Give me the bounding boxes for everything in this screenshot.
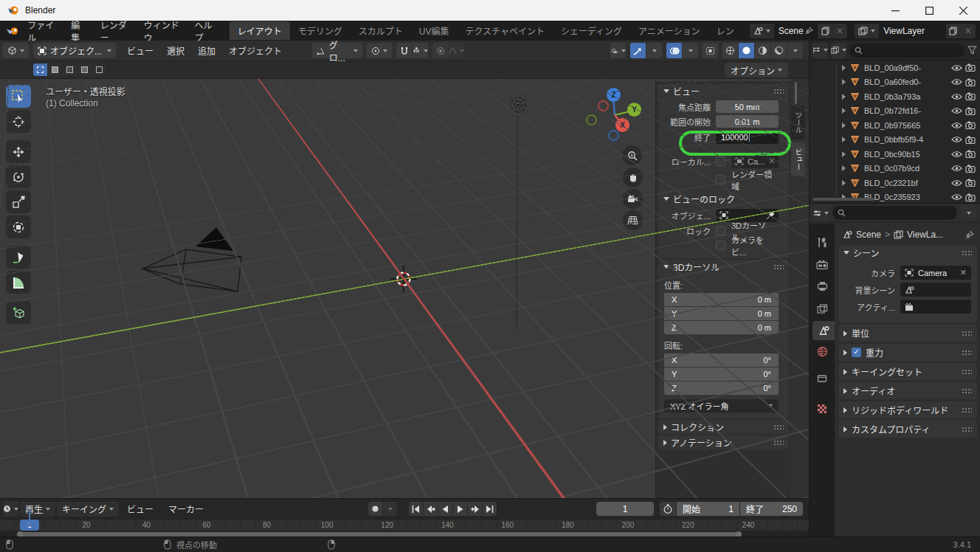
location-axis-field[interactable]: Y0 m (664, 307, 779, 320)
local-camera-field[interactable]: Ca... ✕ (731, 155, 779, 168)
outliner-item[interactable]: BLD_0bbfb5f9-4 (810, 133, 980, 148)
jump-to-start-button[interactable] (409, 502, 423, 516)
hide-eye-icon[interactable] (951, 165, 962, 172)
measure-tool[interactable] (6, 271, 31, 294)
play-button[interactable] (453, 502, 467, 516)
gizmo-z-negative[interactable] (608, 130, 619, 141)
menu-item[interactable]: ヘルプ (187, 18, 223, 44)
zoom-button[interactable] (622, 145, 642, 165)
viewlayer-delete-button[interactable]: ✕ (961, 24, 976, 38)
pin-icon[interactable] (965, 230, 974, 239)
outliner-filter-mode-dropdown[interactable] (831, 43, 846, 58)
workspace-tab[interactable]: レイアウト (230, 21, 290, 40)
transform-tool[interactable] (6, 215, 31, 238)
panel-drag-handle[interactable] (962, 427, 972, 432)
keying-menu[interactable]: キーイング (57, 502, 119, 517)
gravity-checkbox[interactable] (852, 348, 861, 357)
location-axis-field[interactable]: X0 m (664, 293, 779, 306)
snap-toggle[interactable] (396, 43, 412, 58)
properties-section-header[interactable]: オーディオ (838, 382, 977, 399)
frame-start-field[interactable]: 開始1 (677, 502, 739, 516)
workspace-tab[interactable]: UV編集 (411, 21, 458, 40)
viewport-3d[interactable]: Z Y X ユーザー・透視投影 (1) Collection (0, 61, 809, 498)
panel-drag-handle[interactable] (773, 264, 784, 270)
panel-drag-handle[interactable] (773, 424, 784, 430)
filter-icon[interactable] (967, 46, 977, 55)
camera-visibility-icon[interactable] (965, 165, 976, 173)
collapsed-panel-header[interactable]: コレクション (658, 420, 789, 434)
hide-eye-icon[interactable] (951, 136, 962, 143)
properties-section-header[interactable]: リジッドボディワールド (838, 401, 977, 418)
tab-world[interactable] (810, 342, 835, 361)
expand-icon[interactable] (842, 165, 846, 171)
camera-visibility-icon[interactable] (965, 107, 976, 115)
expand-icon[interactable] (842, 94, 846, 100)
jump-next-keyframe-button[interactable] (468, 502, 482, 516)
show-gizmo-toggle[interactable] (630, 43, 646, 58)
outliner-scrollbar[interactable] (812, 198, 874, 201)
select-new-button[interactable] (33, 63, 47, 76)
expand-icon[interactable] (842, 180, 846, 186)
viewport-menu-item[interactable]: 追加 (191, 44, 222, 57)
tab-scene[interactable] (812, 321, 835, 340)
use-preview-range-button[interactable] (660, 502, 676, 516)
menu-item[interactable]: 編集 (63, 18, 93, 44)
outliner-search-input[interactable] (849, 44, 965, 58)
expand-icon[interactable] (842, 79, 846, 85)
tab-texture[interactable] (810, 399, 835, 418)
shading-rendered-button[interactable] (771, 43, 787, 58)
select-intersect-button[interactable] (92, 63, 106, 76)
expand-icon[interactable] (842, 137, 846, 142)
clip-end-field[interactable]: 100000 (716, 131, 779, 144)
breadcrumb-scene[interactable]: Scene (856, 230, 881, 240)
play-reverse-button[interactable] (438, 502, 452, 516)
scene-browse-button[interactable] (750, 24, 774, 38)
lock-to-cursor-checkbox[interactable] (716, 226, 725, 235)
gizmo-y-negative[interactable] (586, 114, 597, 125)
sidebar-tab[interactable]: ツール (791, 106, 805, 139)
editor-type-button[interactable] (3, 43, 29, 58)
expand-icon[interactable] (842, 151, 846, 157)
outliner-item[interactable]: BLD_0b975665 (810, 118, 980, 133)
camera-visibility-icon[interactable] (965, 63, 976, 72)
tab-tool[interactable] (810, 232, 835, 252)
panel-drag-handle[interactable] (962, 407, 972, 413)
outliner-item[interactable]: BLD_0c07b9cd (810, 162, 980, 176)
workspace-tab[interactable]: テクスチャペイント (457, 21, 553, 40)
focal-length-field[interactable]: 50 mm (716, 100, 779, 113)
camera-visibility-icon[interactable] (965, 92, 976, 100)
current-frame-field[interactable]: 1 (596, 502, 654, 516)
scene-delete-button[interactable]: ✕ (832, 24, 847, 38)
tab-view-layer[interactable] (810, 299, 835, 318)
viewlayer-browse-button[interactable] (855, 24, 879, 38)
select-subtract-button[interactable] (63, 63, 77, 76)
rotation-axis-field[interactable]: X0° (664, 353, 779, 367)
outliner-display-mode-dropdown[interactable] (812, 43, 828, 58)
location-axis-field[interactable]: Z0 m (664, 321, 779, 334)
sidebar-tab[interactable]: ビュー (791, 142, 805, 176)
gizmo-y-axis[interactable]: Y (627, 103, 641, 117)
outliner-item[interactable]: BLD_00a9df50- (810, 61, 980, 75)
properties-section-header[interactable]: キーイングセット (838, 363, 977, 380)
clear-icon[interactable]: ✕ (768, 156, 775, 166)
hide-eye-icon[interactable] (951, 107, 962, 114)
camera-visibility-icon[interactable] (965, 78, 976, 86)
outliner-item[interactable]: BLD_0b72fd16- (810, 104, 980, 119)
mode-dropdown[interactable]: オブジェク... (33, 43, 116, 58)
view-panel-header[interactable]: ビュー (658, 84, 789, 98)
render-region-checkbox[interactable] (716, 175, 725, 184)
active-clip-field[interactable] (900, 300, 971, 314)
viewlayer-name-field[interactable]: ViewLayer (879, 24, 946, 38)
xray-toggle[interactable] (703, 43, 718, 58)
select-box-tool[interactable] (6, 85, 31, 108)
cursor-tool[interactable] (6, 110, 31, 133)
annotate-tool[interactable] (6, 246, 31, 269)
transform-orientation-dropdown[interactable]: グロ... (312, 43, 362, 58)
panel-drag-handle[interactable] (773, 440, 784, 446)
scene-panel-header[interactable]: シーン (838, 246, 977, 260)
properties-section-header[interactable]: 重力 (838, 344, 977, 361)
rotation-mode-dropdown[interactable]: XYZ オイラー角 (664, 399, 779, 413)
viewlayer-copy-button[interactable] (946, 24, 961, 38)
hide-eye-icon[interactable] (951, 122, 962, 129)
camera-visibility-icon[interactable] (965, 136, 976, 144)
